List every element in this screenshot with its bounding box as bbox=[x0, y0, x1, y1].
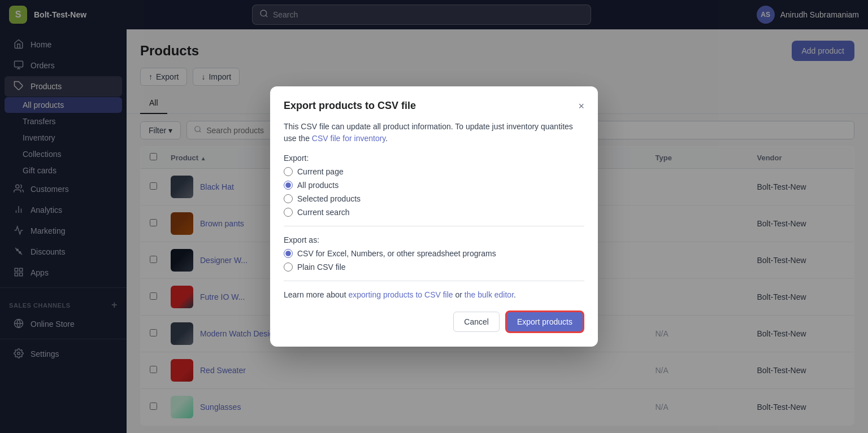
radio-current-search[interactable] bbox=[284, 208, 293, 217]
exporting-link[interactable]: exporting products to CSV file bbox=[348, 290, 453, 299]
csv-inventory-link[interactable]: CSV file for inventory bbox=[312, 134, 385, 143]
modal-footer-text: Learn more about exporting products to C… bbox=[284, 290, 584, 299]
export-option-selected[interactable]: Selected products bbox=[284, 194, 584, 203]
export-options: Current page All products Selected produ… bbox=[284, 167, 584, 217]
cancel-button[interactable]: Cancel bbox=[453, 312, 500, 332]
modal-header: Export products to CSV file × bbox=[284, 100, 584, 112]
modal-overlay[interactable]: Export products to CSV file × This CSV f… bbox=[0, 0, 868, 433]
modal-divider-2 bbox=[284, 281, 584, 281]
radio-plain-csv[interactable] bbox=[284, 263, 293, 272]
radio-current-page[interactable] bbox=[284, 167, 293, 176]
export-as-plain-csv[interactable]: Plain CSV file bbox=[284, 263, 584, 272]
export-as-options: CSV for Excel, Numbers, or other spreads… bbox=[284, 249, 584, 272]
modal-divider-1 bbox=[284, 226, 584, 226]
modal-description: This CSV file can update all product inf… bbox=[284, 121, 584, 145]
modal-actions: Cancel Export products bbox=[284, 310, 584, 333]
radio-selected-products[interactable] bbox=[284, 194, 293, 203]
export-as-section-label: Export as: bbox=[284, 235, 584, 244]
radio-csv-excel[interactable] bbox=[284, 249, 293, 258]
modal-close-button[interactable]: × bbox=[578, 101, 584, 111]
export-products-button[interactable]: Export products bbox=[505, 310, 584, 333]
export-option-current-search[interactable]: Current search bbox=[284, 208, 584, 217]
bulk-editor-link[interactable]: the bulk editor bbox=[465, 290, 514, 299]
export-option-all-products[interactable]: All products bbox=[284, 181, 584, 190]
export-option-current-page[interactable]: Current page bbox=[284, 167, 584, 176]
radio-all-products[interactable] bbox=[284, 181, 293, 190]
export-modal: Export products to CSV file × This CSV f… bbox=[270, 86, 598, 347]
export-section-label: Export: bbox=[284, 154, 584, 163]
modal-title: Export products to CSV file bbox=[284, 100, 416, 112]
export-as-csv-excel[interactable]: CSV for Excel, Numbers, or other spreads… bbox=[284, 249, 584, 258]
